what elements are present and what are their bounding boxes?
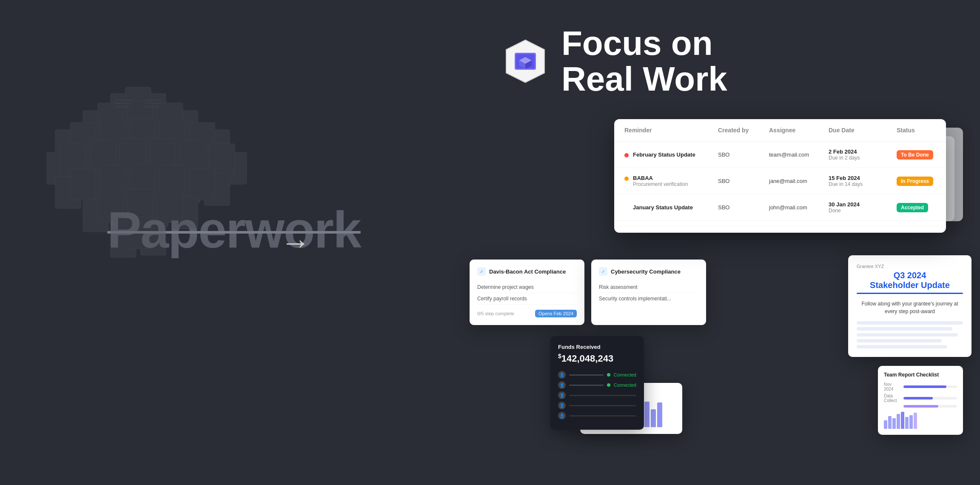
connection-row-4: 👤 [558,402,636,409]
report-bar-row-3 [884,405,957,408]
status-badge-inprogress: In Progress [897,177,933,186]
reminder-cell-3: January Status Update [624,204,718,211]
table-row: February Status Update SBO team@mail.com… [614,142,946,168]
user-icon-3: 👤 [558,391,566,399]
reminder-cell-1: February Status Update [624,151,718,158]
due-date-1: 2 Feb 2024 Due in 2 days [829,148,897,161]
report-bar-bg-1 [903,385,957,388]
report-title: Team Report Checklist [884,372,957,378]
status-badge-accepted: Accepted [897,203,928,212]
team-report-card: Team Report Checklist Nov 2024 Data Coll… [878,366,963,435]
compliance-item-1-1: Determine project wages [477,282,577,293]
reminders-table-card: Reminder Created by Assignee Due Date St… [614,119,946,233]
ntia-bar-10 [644,402,650,427]
reminder-sub-2: Procurement verification [633,181,688,187]
grantee-label: Grantee XYZ [857,264,963,269]
left-panel: Paperwork [0,0,468,485]
created-by-1: SBO [718,151,769,158]
grantee-line-2 [857,327,952,331]
col-status: Status [897,127,946,134]
compliance-item-2-2: Security controls implementati... [599,293,698,304]
conn-line-1 [569,374,604,376]
status-dot-orange [624,177,629,181]
ntia-bar-11 [651,409,656,427]
cards-area: Reminder Created by Assignee Due Date St… [538,119,963,468]
reminder-title-3: January Status Update [633,204,693,211]
status-cell-1: To Be Done [897,150,946,160]
created-by-2: SBO [718,178,769,184]
grantee-line-3 [857,333,958,337]
report-mini-chart [884,412,957,429]
funds-amount: $142,048,243 [558,353,636,364]
user-icon-5: 👤 [558,412,566,419]
compliance-title-1: Davis-Bacon Act Compliance [489,268,566,275]
svg-rect-51 [157,191,183,223]
compliance-item-2-1: Risk assessment [599,282,698,293]
status-dot-red [624,153,629,157]
reminder-title-1: February Status Update [633,151,695,158]
mini-bar-6 [905,417,909,429]
grantee-content-lines [857,321,963,348]
mini-bar-1 [884,420,887,429]
assignee-2: jane@mail.com [769,178,829,184]
brand-title-block: Focus on Real Work [561,26,727,97]
due-date-2: 15 Feb 2024 Due in 14 days [829,175,897,187]
reminder-title-2: BABAA [633,175,688,181]
grantee-line-4 [857,339,942,342]
table-row: January Status Update SBO john@mail.com … [614,194,946,221]
grantee-line-5 [857,345,947,348]
grantee-title: Q3 2024 Stakeholder Update [857,271,963,290]
report-bar-bg-2 [903,397,957,399]
brand-tagline: Focus on Real Work [561,26,727,97]
compliance-icon-1: ✓ [477,267,486,276]
papers-illustration [43,85,255,289]
col-due-date: Due Date [829,127,897,134]
mini-bar-3 [892,418,896,429]
grantee-stakeholder-card: Grantee XYZ Q3 2024 Stakeholder Update F… [848,255,971,357]
col-reminder: Reminder [624,127,718,134]
report-bar-label-2: Data Collect [884,394,901,403]
conn-line-5 [569,415,636,417]
opens-badge-1: Opens Feb 2024 [535,310,577,317]
compliance-card-cybersecurity: ✓ Cybersecurity Compliance Risk assessme… [591,260,706,325]
compliance-item-1-2: Certify payroll records [477,293,577,305]
mini-bar-8 [914,413,917,429]
connection-row-2: 👤 Connected [558,381,636,389]
mini-bar-7 [909,415,913,429]
grantee-description: Follow along with your grantee's journey… [857,300,963,315]
status-badge-todo: To Be Done [897,150,933,160]
status-cell-3: Accepted [897,203,946,212]
conn-dot-2 [607,383,610,387]
report-bar-label-1: Nov 2024 [884,382,901,391]
compliance-footer-1: 0/5 step complete Opens Feb 2024 [477,310,577,317]
logo-icon [502,38,549,85]
connection-row-3: 👤 [558,391,636,399]
assignee-1: team@mail.com [769,151,829,158]
report-bar-fill-3 [903,405,938,408]
table-header-row: Reminder Created by Assignee Due Date St… [614,119,946,142]
grantee-divider [857,293,963,294]
report-bar-fill-1 [903,385,946,388]
compliance-title-row-1: ✓ Davis-Bacon Act Compliance [477,267,577,276]
funds-received-card: Funds Received $142,048,243 👤 Connected … [550,336,644,430]
papers-stack [43,85,255,298]
report-bar-row-1: Nov 2024 [884,382,957,391]
report-bar-fill-2 [903,397,933,399]
conn-line-4 [569,405,636,406]
report-bar-bg-3 [903,405,957,408]
svg-rect-44 [189,168,215,200]
step-text-1: 0/5 step complete [477,311,514,316]
compliance-title-row-2: ✓ Cybersecurity Compliance [599,267,698,276]
funds-label: Funds Received [558,344,636,350]
svg-rect-50 [128,189,153,221]
connection-row-1: 👤 Connected [558,371,636,379]
compliance-title-2: Cybersecurity Compliance [611,268,681,275]
due-date-3: 30 Jan 2024 Done [829,201,897,214]
svg-rect-49 [98,191,123,223]
table-row: BABAA Procurement verification SBO jane@… [614,168,946,194]
compliance-icon-2: ✓ [599,267,607,276]
user-icon-1: 👤 [558,371,566,379]
user-icon-2: 👤 [558,381,566,389]
conn-label-2: Connected [614,382,636,388]
compliance-cards-row: ✓ Davis-Bacon Act Compliance Determine p… [470,260,706,325]
